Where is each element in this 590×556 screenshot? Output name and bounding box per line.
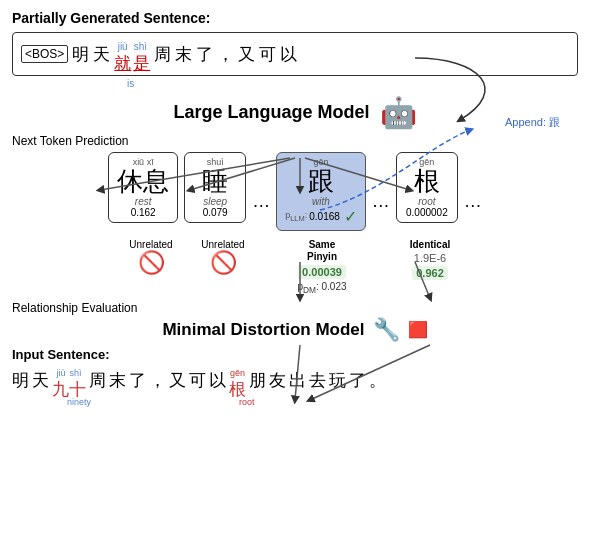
input-char-comma2: ， <box>149 369 166 392</box>
identical-val2: 0.962 <box>412 266 448 280</box>
checkmark-icon: ✓ <box>344 207 357 226</box>
mdm-icon: 🔧 <box>373 317 400 343</box>
token-prob-gen-row: pLLM: 0.0168 ✓ <box>285 207 357 226</box>
unrelated-label-2: Unrelated <box>201 239 244 250</box>
identical-val: 1.9E-6 <box>414 252 446 264</box>
char-ke: 可 <box>259 43 276 66</box>
rel-eval-label: Relationship Evaluation <box>12 301 578 315</box>
token-char-gen2: 根 <box>414 167 440 196</box>
token-card-gen: gēn 跟 with pLLM: 0.0168 ✓ <box>276 152 366 231</box>
same-pinyin-label: SamePinyin <box>307 239 337 263</box>
input-chars-jiushi: 九 十 <box>52 378 86 401</box>
input-jiushi-group: jiùshì 九 十 <box>52 368 86 401</box>
append-label: Append: 跟 <box>505 115 560 130</box>
no-symbol-2: 🚫 <box>210 250 237 276</box>
char-jiu-shi-group: jiùshì 就 是 <box>114 41 150 75</box>
char-mo: 末 <box>175 43 192 66</box>
char-yi: 以 <box>280 43 297 66</box>
eval-cell-same-pinyin: SamePinyin 0.00039 pDM: 0.023 <box>282 239 362 295</box>
char-zhou: 周 <box>154 43 171 66</box>
input-char-le2: 了 <box>129 369 146 392</box>
llm-title: Large Language Model <box>173 102 369 123</box>
translation-is: is <box>127 78 578 89</box>
token-char-gen: 跟 <box>308 167 334 196</box>
token-prob-gen: 0.0168 <box>309 211 340 222</box>
eval-row: Unrelated 🚫 Unrelated 🚫 SamePinyin 0.000… <box>12 239 578 295</box>
token-prob-xiuxi: 0.162 <box>131 207 156 218</box>
char-you: 又 <box>238 43 255 66</box>
input-char-ke2: 可 <box>189 369 206 392</box>
input-char-mo2: 末 <box>109 369 126 392</box>
char-comma: ， <box>217 43 234 66</box>
main-container: Partially Generated Sentence: <BOS> 明 天 … <box>0 0 590 417</box>
identical-label: Identical <box>410 239 451 250</box>
input-char-you3: 友 <box>269 369 286 392</box>
char-tian: 天 <box>93 43 110 66</box>
next-token-label: Next Token Prediction <box>12 134 578 148</box>
input-translations-row: ninety root <box>12 397 578 407</box>
mdm-title: Minimal Distortion Model <box>162 320 364 340</box>
input-char-le3: 了 <box>349 369 366 392</box>
ellipsis-left: … <box>252 191 270 212</box>
input-gen-group: gēn 根 <box>229 368 246 401</box>
token-translation-gen2: root <box>418 196 435 207</box>
token-prob-label-gen: pLLM: <box>285 210 307 223</box>
token-prob-gen2: 0.000002 <box>406 207 448 218</box>
token-translation-xiuxi: rest <box>135 196 152 207</box>
input-pinyin-jiushi: jiùshì <box>56 368 81 378</box>
token-char-shui: 睡 <box>202 167 228 196</box>
token-card-gen2: gēn 根 root 0.000002 <box>396 152 458 223</box>
input-char-zhou2: 周 <box>89 369 106 392</box>
input-char-gen-red: 根 <box>229 378 246 401</box>
mdm-icon2: 🟥 <box>408 320 428 339</box>
partial-sentence-box: <BOS> 明 天 jiùshì 就 是 周 末 了 ， 又 可 以 <box>12 32 578 76</box>
eval-cell-unrelated1: Unrelated 🚫 <box>120 239 182 276</box>
token-translation-shui: sleep <box>203 196 227 207</box>
input-pinyin-gen: gēn <box>230 368 245 378</box>
ellipsis-right: … <box>372 191 390 212</box>
token-card-shui: shuì 睡 sleep 0.079 <box>184 152 246 223</box>
input-char-yi2: 以 <box>209 369 226 392</box>
token-char-xiuxi: 休息 <box>117 167 169 196</box>
input-char-wan: 玩 <box>329 369 346 392</box>
unrelated-label-1: Unrelated <box>129 239 172 250</box>
char-ming: 明 <box>72 43 89 66</box>
tokens-row: xiū xī 休息 rest 0.162 shuì 睡 sleep 0.079 … <box>12 152 578 231</box>
input-char-chu: 出 <box>289 369 306 392</box>
input-char-tian: 天 <box>32 369 49 392</box>
input-sentence-label: Input Sentence: <box>12 347 578 362</box>
input-char-period: 。 <box>369 369 386 392</box>
bos-tag: <BOS> <box>21 45 68 63</box>
ellipsis-end: … <box>464 191 482 212</box>
input-char-peng: 朋 <box>249 369 266 392</box>
llm-header: Large Language Model 🤖 <box>173 95 416 130</box>
no-symbol-1: 🚫 <box>138 250 165 276</box>
token-card-xiuxi: xiū xī 休息 rest 0.162 <box>108 152 178 223</box>
chars-jiu-shi: 就 是 <box>114 52 150 75</box>
input-char-ming: 明 <box>12 369 29 392</box>
pinyin-jiu-shi: jiùshì <box>118 41 147 52</box>
mdm-header: Minimal Distortion Model 🔧 🟥 <box>162 317 427 343</box>
same-pinyin-val: 0.00039 <box>298 265 346 279</box>
input-char-qu: 去 <box>309 369 326 392</box>
input-sentence-row: 明 天 jiùshì 九 十 周 末 了 ， 又 可 以 gēn 根 朋 友 出… <box>12 364 578 397</box>
pdm-val: pDM: 0.023 <box>297 281 346 295</box>
input-char-you2: 又 <box>169 369 186 392</box>
section-title-partial: Partially Generated Sentence: <box>12 10 578 26</box>
token-prob-shui: 0.079 <box>203 207 228 218</box>
mdm-section: Minimal Distortion Model 🔧 🟥 <box>12 317 578 343</box>
llm-section: Large Language Model 🤖 <box>12 95 578 130</box>
llm-robot-icon: 🤖 <box>380 95 417 130</box>
eval-cell-unrelated2: Unrelated 🚫 <box>192 239 254 276</box>
token-translation-gen: with <box>312 196 330 207</box>
eval-cell-identical: Identical 1.9E-6 0.962 <box>390 239 470 280</box>
char-le: 了 <box>196 43 213 66</box>
